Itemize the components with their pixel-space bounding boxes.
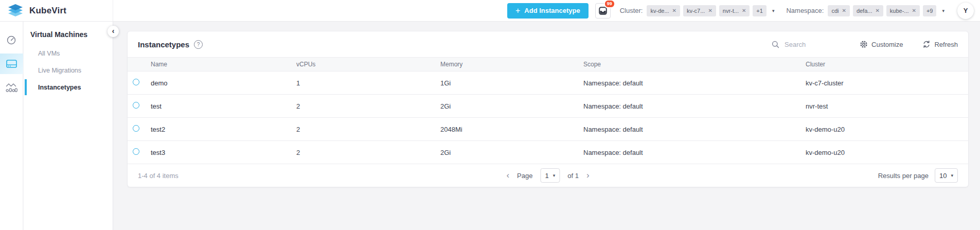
remove-tag-icon[interactable]: ✕ — [875, 8, 879, 13]
items-count: 1-4 of 4 items — [138, 172, 179, 180]
cell-name: test3 — [151, 141, 296, 164]
user-avatar[interactable]: Y — [957, 3, 974, 19]
table-header-row: Name vCPUs Memory Scope Cluster — [128, 58, 968, 72]
search-input[interactable] — [783, 40, 840, 49]
dashboard-gauge-icon — [6, 35, 16, 45]
cluster-dropdown-caret-icon[interactable]: ▾ — [772, 8, 775, 13]
table-row[interactable]: test 2 2Gi Namespace: default nvr-test — [128, 95, 968, 118]
kubevirt-logo-icon — [7, 4, 24, 18]
row-select-radio[interactable] — [133, 148, 139, 155]
remove-tag-icon[interactable]: ✕ — [672, 8, 676, 13]
instancetypes-table: Name vCPUs Memory Scope Cluster demo 1 1… — [128, 57, 968, 164]
caret-down-icon: ▾ — [951, 173, 953, 178]
cluster-tag[interactable]: kv-de... ✕ — [647, 5, 680, 16]
page-of-label: of 1 — [567, 172, 579, 180]
page-title: Instancetypes — [138, 40, 189, 49]
chevron-left-icon: ‹ — [112, 27, 115, 34]
column-header-cluster: Cluster — [806, 58, 968, 72]
cluster-filter-label: Cluster: — [620, 7, 643, 14]
cell-memory: 2Gi — [440, 141, 583, 164]
cluster-tag[interactable]: kv-c7... ✕ — [683, 5, 716, 16]
remove-tag-icon[interactable]: ✕ — [742, 8, 746, 13]
cell-vcpus: 2 — [296, 141, 440, 164]
cell-vcpus: 2 — [296, 95, 440, 118]
customize-button[interactable]: Customize — [860, 40, 903, 48]
table-row[interactable]: demo 1 1Gi Namespace: default kv-c7-clus… — [128, 72, 968, 95]
plus-icon: + — [515, 7, 520, 15]
search-icon — [772, 41, 779, 48]
sidebar-subnav: Virtual Machines All VMs Live Migrations… — [24, 22, 113, 230]
column-header-select — [128, 58, 151, 72]
namespace-tag[interactable]: cdi ✕ — [828, 5, 849, 16]
namespace-more-tag[interactable]: +9 — [923, 5, 937, 16]
gear-icon — [860, 40, 868, 48]
rail-item-dashboard[interactable] — [0, 30, 23, 50]
remove-tag-icon[interactable]: ✕ — [708, 8, 712, 13]
refresh-button[interactable]: Refresh — [922, 40, 958, 48]
pagination-controls: ‹ Page 1 ▾ of 1 › — [506, 168, 589, 183]
sidebar-item-all-vms[interactable]: All VMs — [24, 45, 113, 62]
column-header-name: Name — [151, 58, 296, 72]
cluster-tag[interactable]: nvr-t... ✕ — [719, 5, 750, 16]
help-icon[interactable]: ? — [194, 40, 203, 49]
remove-tag-icon[interactable]: ✕ — [842, 8, 846, 13]
cell-memory: 1Gi — [440, 72, 583, 95]
card-toolbar: Customize Refresh — [772, 40, 958, 49]
card-header: Instancetypes ? Cus — [128, 31, 968, 57]
cell-vcpus: 2 — [296, 118, 440, 141]
namespace-tag[interactable]: defa... ✕ — [853, 5, 883, 16]
cell-cluster: kv-c7-cluster — [806, 72, 968, 95]
row-select-radio[interactable] — [133, 79, 139, 85]
column-header-memory: Memory — [440, 58, 583, 72]
sidebar-collapse-button[interactable]: ‹ — [108, 26, 119, 37]
add-instancetype-button[interactable]: + Add Instancetype — [507, 3, 589, 19]
row-select-radio[interactable] — [133, 125, 139, 132]
cell-scope: Namespace: default — [583, 118, 806, 141]
metrics-chart-icon — [6, 83, 17, 93]
app-title: KubeVirt — [29, 6, 66, 16]
cell-scope: Namespace: default — [583, 141, 806, 164]
caret-down-icon: ▾ — [553, 173, 556, 178]
rail-item-metrics[interactable] — [0, 77, 23, 98]
results-per-page-select[interactable]: 10 ▾ — [935, 168, 958, 183]
next-page-icon[interactable]: › — [586, 171, 590, 181]
table-footer: 1-4 of 4 items ‹ Page 1 ▾ of 1 › Results… — [128, 164, 968, 187]
remove-tag-icon[interactable]: ✕ — [912, 8, 916, 13]
namespace-filter-label: Namespace: — [786, 7, 824, 14]
refresh-icon — [922, 40, 931, 48]
table-row[interactable]: test2 2 2048Mi Namespace: default kv-dem… — [128, 118, 968, 141]
cell-scope: Namespace: default — [583, 72, 806, 95]
namespace-filter: Namespace: cdi ✕ defa... ✕ kube-... ✕ +9… — [786, 5, 947, 16]
column-header-scope: Scope — [583, 58, 806, 72]
cell-name: demo — [151, 72, 296, 95]
brand: KubeVirt — [0, 0, 113, 21]
table-row[interactable]: test3 2 2Gi Namespace: default kv-demo-u… — [128, 141, 968, 164]
cell-cluster: kv-demo-u20 — [806, 141, 968, 164]
rail-item-virtual-machines[interactable] — [0, 54, 23, 74]
cell-cluster: kv-demo-u20 — [806, 118, 968, 141]
subnav-section-title: Virtual Machines — [24, 30, 113, 39]
notification-count-badge: 99 — [604, 0, 615, 8]
page-label: Page — [517, 172, 532, 180]
notifications-tray-button[interactable]: 99 — [595, 3, 611, 19]
cell-cluster: nvr-test — [806, 95, 968, 118]
sidebar-item-instancetypes[interactable]: Instancetypes — [24, 79, 113, 96]
sidebar-item-live-migrations[interactable]: Live Migrations — [24, 62, 113, 79]
cluster-filter: Cluster: kv-de... ✕ kv-c7... ✕ nvr-t... … — [620, 5, 777, 16]
previous-page-icon[interactable]: ‹ — [506, 171, 509, 181]
cell-memory: 2Gi — [440, 95, 583, 118]
row-select-radio[interactable] — [133, 102, 139, 109]
namespace-tag[interactable]: kube-... ✕ — [886, 5, 920, 16]
page-number-select[interactable]: 1 ▾ — [540, 168, 560, 183]
cluster-more-tag[interactable]: +1 — [753, 5, 767, 16]
top-bar: KubeVirt + Add Instancetype 99 Cluster: … — [0, 0, 980, 22]
virtual-machine-icon — [6, 60, 17, 68]
cell-memory: 2048Mi — [440, 118, 583, 141]
cell-name: test — [151, 95, 296, 118]
instancetypes-card: Instancetypes ? Cus — [127, 31, 969, 187]
results-per-page: Results per page 10 ▾ — [878, 168, 958, 183]
cell-scope: Namespace: default — [583, 95, 806, 118]
cell-name: test2 — [151, 118, 296, 141]
search-box — [772, 40, 840, 49]
namespace-dropdown-caret-icon[interactable]: ▾ — [942, 8, 945, 13]
